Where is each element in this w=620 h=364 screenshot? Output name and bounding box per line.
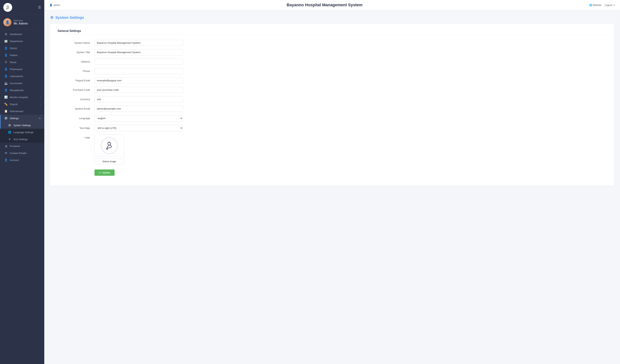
sms-settings-icon: ✈ (8, 137, 11, 141)
input-system-name[interactable] (94, 40, 183, 46)
sidebar-user: 👤 Welcome, Mr. Admin (0, 15, 44, 29)
form-row-logo: Logo Select image (58, 135, 607, 164)
sidebar-item-system-settings[interactable]: ⊞ System Settings (0, 122, 44, 129)
label-system-title: System Title (58, 51, 94, 54)
user-icon: 👤 (49, 4, 52, 6)
sidebar-item-pharmacist[interactable]: 👤 Pharmacist (0, 66, 44, 73)
content-area: ⚙ System Settings General Settings Syste… (44, 10, 620, 364)
sidebar-item-frontend[interactable]: 🖥 Frontend (0, 143, 44, 150)
sidebar-item-dashboard[interactable]: ⊞ Dashboard (0, 30, 44, 38)
accountant-icon: 💻 (4, 81, 8, 85)
app-logo (3, 3, 12, 12)
avatar: 👤 (3, 18, 11, 26)
input-system-email[interactable] (94, 106, 183, 112)
sidebar-item-label: Laboratorist (10, 75, 23, 78)
logo-section: Select image (94, 135, 124, 164)
topbar: 👤 admin Bayanno Hospital Management Syst… (44, 0, 620, 10)
sidebar-item-receptionist[interactable]: 👤 Receptionist (0, 87, 44, 94)
label-logo: Logo (58, 135, 94, 139)
settings-icon: ⚙️ (4, 117, 8, 120)
sidebar-item-label: Accountant (10, 82, 22, 85)
section-title: General Settings (58, 29, 607, 35)
sidebar-item-label: Receptionist (10, 89, 23, 92)
input-paypal-email[interactable] (94, 77, 183, 84)
sidebar-item-account[interactable]: 👤 Account (0, 157, 44, 164)
label-purchase-code: Purchase Code (58, 89, 94, 91)
monitor-icon: 📊 (4, 95, 8, 99)
doctor-icon: 👤 (4, 46, 8, 50)
sidebar-item-laboratorist[interactable]: 👤 Laboratorist (0, 73, 44, 80)
hamburger-icon[interactable]: ☰ (38, 5, 41, 9)
sidebar-item-nurse[interactable]: ➕ Nurse (0, 59, 44, 66)
sidebar-item-label: Sms Settings (14, 138, 28, 141)
sidebar-item-label: Patient (10, 54, 17, 57)
settings-card: General Settings System Name System Titl… (50, 24, 614, 186)
chevron-right-icon: › (40, 96, 41, 98)
sidebar-item-label: Payroll (10, 103, 17, 106)
sidebar-header: ☰ (0, 0, 44, 15)
sidebar-item-label: Department (10, 40, 23, 43)
dashboard-icon: ⊞ (4, 32, 8, 36)
label-language: Language (58, 117, 94, 120)
sidebar-item-label: Settings (10, 117, 19, 120)
select-image-button[interactable]: Select image (94, 159, 124, 164)
sidebar-item-label: System Settings (14, 124, 31, 127)
label-phone: Phone (58, 70, 94, 73)
pharmacist-icon: 👤 (4, 67, 8, 71)
website-link[interactable]: 🌐 Website (589, 4, 602, 6)
sidebar-username: Mr. Admin (14, 22, 28, 25)
sidebar-item-accountant[interactable]: 💻 Accountant (0, 80, 44, 87)
department-icon: 🏢 (4, 39, 8, 43)
select-language[interactable]: english french arabic spanish (94, 115, 183, 121)
label-text-align: Text Align (58, 127, 94, 129)
logout-link[interactable]: Logout ↪ (605, 4, 615, 6)
sidebar-item-settings[interactable]: ⚙️ Settings ∨ (0, 115, 44, 122)
sidebar-item-monitor-hospital[interactable]: 📊 Monitor Hospital › (0, 94, 44, 101)
sidebar-nav: ⊞ Dashboard 🏢 Department 👤 Doctor 👤 Pati… (0, 29, 44, 364)
sidebar-item-doctor[interactable]: 👤 Doctor (0, 45, 44, 52)
nurse-icon: ➕ (4, 61, 8, 64)
settings-page-icon: ⚙ (50, 15, 54, 20)
input-system-title[interactable] (94, 49, 183, 55)
input-currency[interactable] (94, 96, 183, 102)
input-phone[interactable] (94, 68, 183, 74)
sidebar-item-noticeboard[interactable]: 📋 Noticeboard (0, 108, 44, 115)
sidebar-item-language-settings[interactable]: 🌐 Language Settings (0, 129, 44, 136)
sidebar-item-label: Pharmacist (10, 68, 22, 71)
account-icon: 👤 (4, 158, 8, 162)
logout-icon: ↪ (613, 4, 615, 6)
svg-point-0 (7, 5, 8, 7)
system-settings-icon: ⊞ (8, 123, 11, 127)
input-address[interactable] (94, 59, 183, 65)
sidebar-item-contact-emails[interactable]: ✉ Contact Emails (0, 150, 44, 157)
sidebar-item-label: Dashboard (10, 33, 22, 36)
sidebar-item-sms-settings[interactable]: ✈ Sms Settings (0, 136, 44, 143)
sidebar-item-label: Contact Emails (10, 152, 27, 154)
form-row-text-align: Text Align left-to-right (LTR) right-to-… (58, 125, 607, 131)
sidebar: ☰ 👤 Welcome, Mr. Admin ⊞ Dashboard 🏢 Dep… (0, 0, 44, 364)
form-row-phone: Phone (58, 68, 607, 74)
sidebar-item-label: Account (10, 159, 19, 162)
form-row-system-email: System Email (58, 106, 607, 112)
form-row-language: Language english french arabic spanish (58, 115, 607, 121)
logo-preview (94, 135, 124, 157)
admin-label: admin (54, 4, 60, 6)
label-address: Address (58, 60, 94, 63)
label-currency: Currency (58, 98, 94, 101)
sidebar-item-label: Doctor (10, 47, 17, 50)
sidebar-item-patient[interactable]: 👤 Patient (0, 52, 44, 59)
svg-point-1 (6, 9, 7, 9)
sidebar-item-label: Frontend (10, 145, 20, 148)
input-purchase-code[interactable] (94, 87, 183, 93)
receptionist-icon: 👤 (4, 89, 8, 92)
sidebar-item-department[interactable]: 🏢 Department (0, 38, 44, 45)
sidebar-item-payroll[interactable]: ✏️ Payroll › (0, 101, 44, 108)
update-button[interactable]: ✔ Update (94, 169, 115, 176)
sidebar-item-label: Nurse (10, 61, 16, 64)
select-text-align[interactable]: left-to-right (LTR) right-to-left (RTL) (94, 125, 183, 131)
label-system-email: System Email (58, 107, 94, 110)
svg-point-3 (107, 149, 108, 150)
logo-stethoscope (101, 137, 118, 154)
form-row-currency: Currency (58, 96, 607, 102)
form-row-system-title: System Title (58, 49, 607, 55)
